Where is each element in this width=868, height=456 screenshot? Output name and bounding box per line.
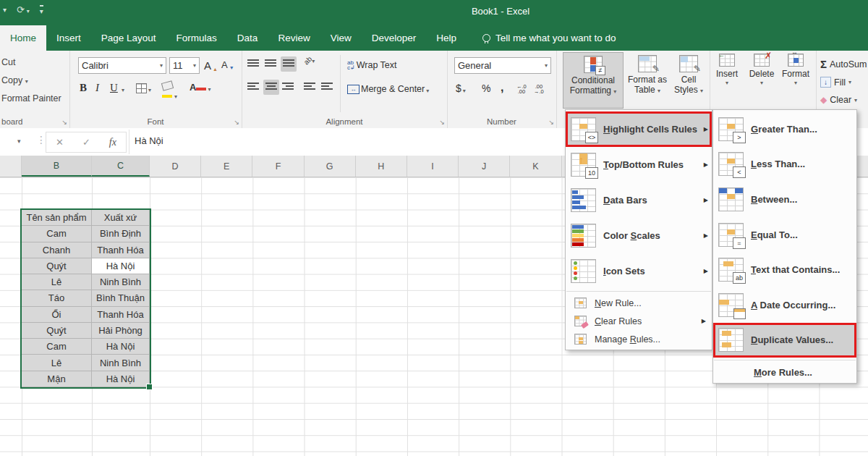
percent-style-icon[interactable]: %: [482, 83, 490, 94]
tab-developer[interactable]: Developer: [362, 25, 427, 51]
bold-button[interactable]: B: [80, 82, 87, 94]
increase-indent-icon[interactable]: [321, 81, 333, 93]
submenu-item-less-than[interactable]: < Less Than...: [713, 147, 856, 182]
submenu-item-a-date-occurring[interactable]: A Date Occurring...: [713, 287, 856, 323]
submenu-item-equal-to[interactable]: = Equal To...: [713, 217, 856, 253]
column-header-i[interactable]: I: [407, 156, 459, 177]
cell[interactable]: Bình Định: [92, 226, 150, 242]
accounting-format-icon[interactable]: $▾: [456, 83, 466, 94]
format-cells-button[interactable]: ↔ Format ▾: [780, 54, 812, 86]
insert-cells-button[interactable]: ← Insert ▾: [711, 54, 743, 86]
decrease-indent-icon[interactable]: [304, 81, 315, 93]
column-header-h[interactable]: H: [356, 156, 407, 177]
copy-button[interactable]: Copy ▾: [1, 75, 28, 85]
alignment-dialog-launcher-icon[interactable]: ↘: [439, 119, 445, 126]
font-color-icon[interactable]: A ▾: [190, 82, 210, 93]
orientation-icon[interactable]: ab▾: [304, 56, 315, 64]
cancel-icon[interactable]: ✕: [56, 137, 64, 148]
cell[interactable]: Quýt: [22, 323, 92, 339]
cell[interactable]: Hải Phòng: [92, 323, 150, 339]
column-header-j[interactable]: J: [459, 156, 510, 177]
conditional-formatting-button[interactable]: ≠ Conditional Formatting ▾: [563, 52, 624, 109]
fill-handle[interactable]: [146, 384, 153, 390]
column-header-b[interactable]: B: [22, 156, 92, 177]
cell[interactable]: Hà Nội: [92, 339, 150, 355]
format-painter-button[interactable]: Format Painter: [1, 93, 61, 104]
wrap-text-button[interactable]: abc↲ Wrap Text: [347, 60, 397, 70]
number-format-combo[interactable]: General▾: [454, 57, 551, 74]
cell[interactable]: Lê: [22, 355, 92, 371]
menu-item-clear-rules[interactable]: Clear Rules ▶: [566, 312, 712, 330]
font-size-combo[interactable]: 11▾: [169, 57, 200, 74]
clipboard-dialog-launcher-icon[interactable]: ↘: [61, 119, 67, 126]
menu-item-top-bottom-rules[interactable]: ↑ 10 Top/Bottom Rules ▶: [566, 147, 712, 182]
align-left-icon[interactable]: [247, 81, 259, 93]
delete-cells-button[interactable]: ✗ Delete ▾: [746, 54, 778, 86]
cell[interactable]: Ninh Bình: [92, 355, 150, 371]
tab-data[interactable]: Data: [227, 25, 268, 51]
column-header-k[interactable]: K: [510, 156, 561, 177]
align-top-icon[interactable]: [247, 58, 259, 70]
cell[interactable]: Ninh Bình: [92, 274, 150, 290]
font-dialog-launcher-icon[interactable]: ↘: [234, 119, 239, 126]
tab-review[interactable]: Review: [268, 25, 320, 51]
tab-view[interactable]: View: [320, 25, 362, 51]
decrease-decimal-icon[interactable]: .00→.0: [534, 84, 544, 94]
merge-center-button[interactable]: ↔ Merge & Center ▾: [347, 84, 429, 94]
undo-dropdown-icon[interactable]: ▾: [3, 6, 7, 14]
column-header-a-partial[interactable]: [0, 156, 22, 177]
submenu-item-greater-than[interactable]: > Greater Than...: [713, 111, 856, 147]
cut-button[interactable]: Cut: [1, 57, 15, 67]
cell[interactable]: Quýt: [22, 258, 92, 274]
column-header-g[interactable]: G: [305, 156, 356, 177]
align-center-icon[interactable]: [263, 80, 279, 95]
underline-dropdown-icon[interactable]: ▾: [122, 87, 124, 93]
cell[interactable]: Cam: [22, 339, 92, 355]
menu-item-data-bars[interactable]: Data Bars ▶: [566, 182, 712, 218]
format-as-table-button[interactable]: ✎ Format as Table ▾: [626, 52, 668, 109]
column-header-e[interactable]: E: [201, 156, 252, 177]
insert-function-icon[interactable]: fx: [109, 137, 116, 148]
menu-item-new-rule[interactable]: New Rule...: [566, 294, 712, 312]
menu-item-icon-sets[interactable]: Icon Sets ▶: [566, 253, 712, 289]
tab-insert[interactable]: Insert: [46, 25, 91, 51]
tab-home[interactable]: Home: [0, 25, 46, 51]
customize-qat-icon[interactable]: ▾: [40, 5, 43, 15]
column-header-c[interactable]: C: [92, 156, 150, 177]
column-header-f[interactable]: F: [252, 156, 304, 177]
clear-button[interactable]: ◆ Clear ▾: [820, 95, 857, 105]
menu-item-color-scales[interactable]: Color Scales ▶: [566, 218, 712, 253]
number-dialog-launcher-icon[interactable]: ↘: [548, 119, 554, 126]
column-header-d[interactable]: D: [150, 156, 201, 177]
italic-button[interactable]: I: [95, 82, 99, 94]
submenu-item-duplicate-values[interactable]: Duplicate Values...: [713, 323, 856, 358]
underline-button[interactable]: U: [110, 82, 118, 94]
borders-icon[interactable]: ▾: [136, 83, 151, 93]
fill-button[interactable]: ↓ Fill ▾: [820, 77, 851, 88]
cell[interactable]: Chanh: [22, 242, 92, 258]
autosum-button[interactable]: Σ AutoSum: [820, 58, 867, 70]
menu-item-highlight-cells-rules[interactable]: <> Highlight Cells Rules ▶: [566, 111, 712, 147]
cell[interactable]: Cam: [22, 226, 92, 242]
fill-color-icon[interactable]: ▾: [162, 82, 177, 100]
formula-bar-input[interactable]: Hà Nội: [135, 135, 163, 146]
tab-formulas[interactable]: Formulas: [166, 25, 227, 51]
cell[interactable]: Xuất xứ: [92, 210, 150, 226]
increase-font-icon[interactable]: A▲: [204, 59, 218, 72]
align-right-icon[interactable]: [282, 81, 294, 93]
cell[interactable]: Ổi: [22, 307, 92, 323]
cell[interactable]: Táo: [22, 290, 92, 306]
active-cell[interactable]: Hà Nội: [92, 258, 150, 274]
tab-help[interactable]: Help: [426, 25, 467, 51]
name-box-dropdown-icon[interactable]: ▾: [17, 138, 21, 145]
cell-styles-button[interactable]: ✎ Cell Styles ▾: [670, 52, 707, 109]
align-bottom-icon[interactable]: [281, 56, 297, 72]
cell[interactable]: Thanh Hóa: [92, 307, 150, 323]
align-middle-icon[interactable]: [265, 58, 276, 70]
cell[interactable]: Thanh Hóa: [92, 242, 150, 258]
cell[interactable]: Bình Thuận: [92, 290, 150, 306]
menu-item-manage-rules[interactable]: Manage Rules...: [566, 330, 712, 348]
submenu-item-between[interactable]: Between...: [713, 182, 856, 217]
cell[interactable]: Mận: [22, 371, 92, 387]
font-name-combo[interactable]: Calibri▾: [78, 57, 166, 74]
